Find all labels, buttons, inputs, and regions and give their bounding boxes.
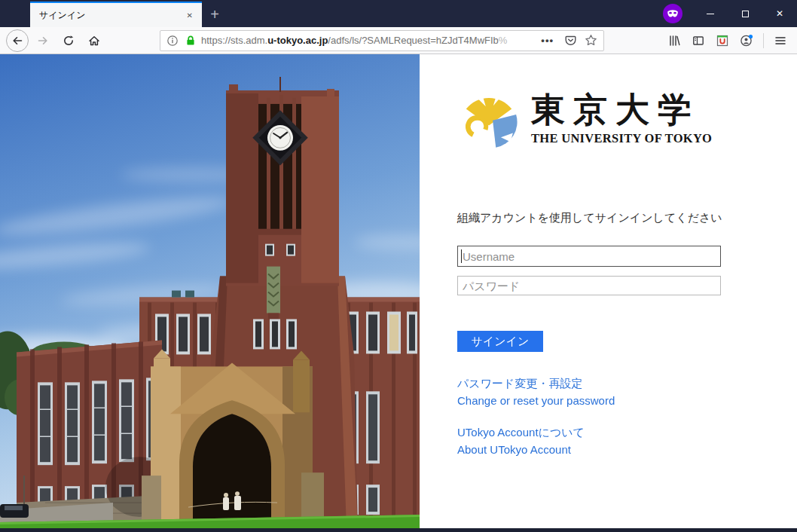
account-button[interactable]	[736, 30, 757, 51]
back-icon	[11, 35, 23, 47]
library-button[interactable]	[664, 30, 685, 51]
reload-icon	[63, 35, 75, 47]
minimize-button[interactable]	[693, 0, 728, 27]
text-caret	[461, 249, 462, 263]
pocket-icon	[564, 34, 577, 47]
reload-button[interactable]	[57, 29, 80, 52]
about-account-link-en[interactable]: About UTokyo Account	[457, 441, 721, 458]
logo-en-text: THE UNIVERSITY OF TOKYO	[531, 131, 712, 146]
menu-icon	[774, 35, 786, 47]
back-button[interactable]	[6, 29, 29, 52]
extension-button[interactable]	[712, 30, 733, 51]
info-icon[interactable]	[166, 35, 179, 47]
navigation-toolbar: https://sts.adm.u-tokyo.ac.jp/adfs/ls/?S…	[0, 27, 797, 54]
sidebar-icon	[692, 35, 704, 47]
help-links: パスワード変更・再設定 Change or reset your passwor…	[457, 375, 721, 458]
home-icon	[88, 35, 100, 47]
tab-title: サインイン	[39, 9, 184, 22]
menu-button[interactable]	[770, 30, 791, 51]
password-input[interactable]	[457, 276, 721, 295]
about-account-link-jp[interactable]: UTokyo Accountについて	[457, 423, 721, 441]
new-tab-button[interactable]: +	[202, 2, 227, 27]
browser-window: サインイン ✕ + ✕	[0, 0, 797, 532]
extension-icon	[716, 35, 728, 47]
home-button[interactable]	[83, 29, 105, 52]
username-input[interactable]	[457, 246, 721, 267]
title-bar: サインイン ✕ + ✕	[0, 0, 797, 27]
tab-close-icon[interactable]: ✕	[184, 10, 196, 21]
signin-form: サインイン パスワード変更・再設定 Change or reset your p…	[457, 246, 721, 458]
maximize-button[interactable]	[728, 0, 762, 27]
bookmark-button[interactable]	[585, 34, 597, 47]
bookmark-star-icon	[585, 34, 597, 47]
pocket-button[interactable]	[564, 34, 577, 47]
signin-button[interactable]: サインイン	[457, 331, 543, 352]
window-bottom-border	[0, 528, 797, 532]
logo-jp-text: 東京大学	[531, 91, 712, 129]
signin-instruction: 組織アカウントを使用してサインインしてください	[457, 209, 797, 225]
close-icon: ✕	[776, 9, 783, 18]
login-panel: 東京大学 THE UNIVERSITY OF TOKYO 組織アカウントを使用し…	[420, 54, 797, 528]
lock-icon[interactable]	[185, 35, 197, 47]
page-content: 東京大学 THE UNIVERSITY OF TOKYO 組織アカウントを使用し…	[0, 54, 797, 528]
browser-tab[interactable]: サインイン ✕	[30, 2, 202, 27]
maximize-icon	[742, 11, 749, 17]
page-actions-icon[interactable]: •••	[541, 35, 554, 46]
forward-button[interactable]	[32, 29, 54, 52]
library-icon	[668, 35, 680, 47]
address-bar[interactable]: https://sts.adm.u-tokyo.ac.jp/adfs/ls/?S…	[160, 30, 604, 51]
titlebar-spacer	[227, 0, 663, 27]
private-mask-icon	[663, 4, 682, 23]
utokyo-logo: 東京大学 THE UNIVERSITY OF TOKYO	[457, 87, 797, 151]
password-reset-link-en[interactable]: Change or reset your password	[457, 392, 721, 409]
minimize-icon	[707, 14, 714, 14]
toolbar-divider	[763, 33, 764, 48]
ginkgo-logo-icon	[457, 87, 521, 151]
url-text: https://sts.adm.u-tokyo.ac.jp/adfs/ls/?S…	[201, 35, 536, 46]
forward-icon	[37, 35, 49, 47]
close-button[interactable]: ✕	[762, 0, 797, 27]
account-icon	[740, 34, 753, 47]
campus-photo	[0, 54, 420, 528]
password-reset-link-jp[interactable]: パスワード変更・再設定	[457, 375, 721, 392]
sidebar-button[interactable]	[688, 30, 709, 51]
